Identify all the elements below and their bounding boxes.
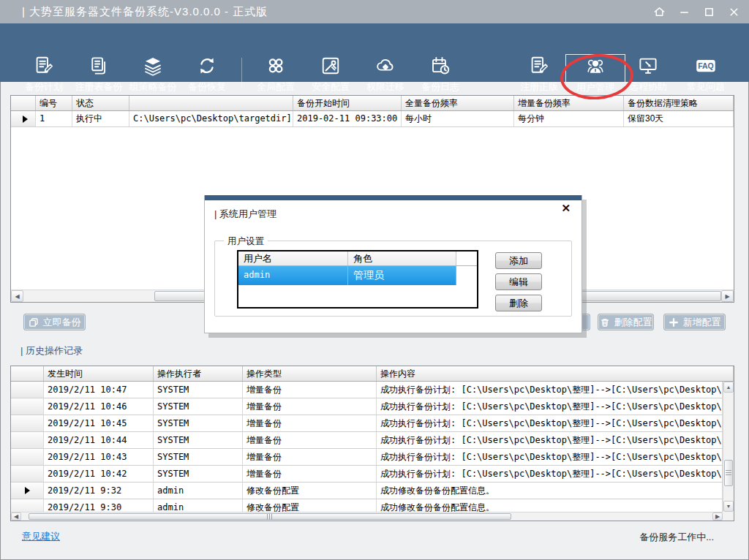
column-header: 操作执行者: [154, 366, 243, 381]
history-table-vscrollbar[interactable]: ▲ ▼: [723, 382, 734, 512]
title-bar: | 大势至服务器文件备份系统-V3.0.0.0 - 正式版: [0, 0, 749, 23]
groupbox-label: 用户设置: [224, 235, 268, 248]
feedback-link[interactable]: 意见建议: [22, 530, 60, 543]
scroll-left-arrow[interactable]: ◀: [11, 512, 21, 521]
toolbar-item-register-genuine[interactable]: 注册正版: [509, 54, 569, 97]
minimize-button[interactable]: [678, 6, 690, 18]
toolbar-item-label: 注册正版: [520, 80, 558, 94]
table-cell: 2019/2/11 10:42: [44, 466, 154, 482]
column-header: 操作类型: [243, 366, 377, 381]
add-user-button[interactable]: 添加: [495, 252, 542, 269]
button-label: 删除配置: [614, 316, 652, 329]
table-cell: 2019/2/11 9:30: [44, 499, 154, 512]
column-header: 编号: [36, 96, 72, 110]
table-cell: C:\Users\pc\Desktop\targetdir]: [129, 111, 293, 126]
button-label: 新增配置: [683, 316, 721, 329]
toolbar-item-backup-plan[interactable]: 备份计划: [14, 54, 74, 97]
table-row[interactable]: 1 执行中 C:\Users\pc\Desktop\targetdir] 201…: [11, 111, 734, 127]
row-selector: [11, 398, 44, 415]
toolbar-item-backup-log[interactable]: 备份日志: [410, 54, 470, 97]
scrollbar-corner: [723, 512, 734, 521]
toolbar-item-label: 备份计划: [25, 80, 63, 94]
table-cell: 成功执行备份计划: [C:\Users\pc\Desktop\整理]-->[C:…: [377, 398, 723, 415]
table-row[interactable]: 2019/2/11 10:43SYSTEM增量备份成功执行备份计划: [C:\U…: [11, 449, 723, 466]
scroll-down-arrow[interactable]: ▼: [723, 501, 734, 512]
register-genuine-icon: [528, 54, 550, 77]
toolbar-item-remote-assist[interactable]: 远程协助: [618, 54, 678, 97]
table-cell: SYSTEM: [154, 398, 243, 415]
table-row[interactable]: 2019/2/11 10:47SYSTEM增量备份成功执行备份计划: [C:\U…: [11, 382, 723, 398]
scroll-track[interactable]: [21, 512, 712, 521]
row-selector: [11, 415, 44, 431]
column-header: 用户名: [238, 251, 348, 265]
history-table: 发生时间 操作执行者 操作类型 操作内容 2019/2/11 10:47SYST…: [10, 366, 734, 521]
table-cell: 2019/2/11 10:45: [44, 415, 154, 431]
toolbar-item-label: 安全配置: [312, 80, 350, 94]
toolbar-item-label: 用户管理: [576, 81, 614, 94]
user-table-header: 用户名 角色: [238, 251, 477, 266]
toolbar-item-user-management[interactable]: 用户管理: [565, 54, 625, 97]
delete-config-button[interactable]: 删除配置: [598, 314, 654, 330]
scroll-thumb[interactable]: [29, 513, 511, 520]
scroll-up-arrow[interactable]: ▲: [723, 382, 734, 393]
toolbar-item-global-config[interactable]: 全局配置: [246, 54, 306, 97]
table-row[interactable]: 2019/2/11 9:30admin修改备份配置成功修改备份备份配置信息。: [11, 499, 723, 512]
table-cell: SYSTEM: [154, 382, 243, 398]
toolbar-item-group-policy-backup[interactable]: 组策略备份: [123, 54, 183, 97]
scroll-thumb[interactable]: [724, 460, 733, 486]
scroll-right-arrow[interactable]: ▶: [712, 512, 723, 521]
table-cell: 成功修改备份备份配置信息。: [377, 483, 723, 499]
toolbar-item-registry-backup[interactable]: 注册表备份: [69, 54, 129, 97]
close-button[interactable]: [728, 6, 740, 18]
table-cell: 成功执行备份计划: [C:\Users\pc\Desktop\整理]-->[C:…: [377, 415, 723, 431]
dialog-close-button[interactable]: ✕: [561, 203, 571, 213]
table-cell: SYSTEM: [154, 432, 243, 448]
column-header: 状态: [72, 96, 129, 110]
maximize-button[interactable]: [703, 6, 715, 18]
user-table-row-selected[interactable]: admin 管理员: [238, 266, 477, 285]
table-row[interactable]: 2019/2/11 9:32admin修改备份配置成功修改备份备份配置信息。: [11, 483, 723, 499]
table-cell: admin: [154, 483, 243, 499]
backup-now-button[interactable]: 立即备份: [23, 314, 86, 330]
copy-icon: [29, 317, 39, 328]
edit-user-button[interactable]: 编辑: [495, 273, 542, 290]
service-status-text: 备份服务工作中...: [639, 531, 714, 544]
toolbar-item-label: 备份日志: [421, 80, 459, 94]
history-rows: 2019/2/11 10:47SYSTEM增量备份成功执行备份计划: [C:\U…: [11, 382, 723, 512]
row-indicator-icon: [23, 116, 28, 123]
toolbar-item-label: 常见问题: [687, 80, 725, 94]
table-row[interactable]: 2019/2/11 10:46SYSTEM增量备份成功执行备份计划: [C:\U…: [11, 398, 723, 415]
scroll-left-arrow[interactable]: ◀: [11, 290, 23, 302]
remote-assist-icon: [637, 54, 659, 77]
delete-user-button[interactable]: 删除: [495, 295, 542, 311]
user-management-dialog: | 系统用户管理 ✕ 用户设置 用户名 角色 admin 管理员 添加 编辑 删…: [204, 195, 582, 333]
faq-icon: FAQ: [695, 54, 717, 77]
toolbar-item-security-config[interactable]: 安全配置: [301, 54, 361, 97]
filler-cell: [456, 266, 477, 285]
scroll-track[interactable]: [723, 393, 734, 501]
history-table-hscrollbar[interactable]: ◀ ▶: [11, 512, 723, 521]
scroll-right-arrow[interactable]: ▶: [721, 290, 734, 302]
column-header: 备份数据清理策略: [624, 96, 734, 110]
column-header: 角色: [348, 251, 456, 265]
row-selector: [11, 111, 36, 126]
toolbar-item-label: 备份恢复: [188, 80, 226, 94]
table-cell: 修改备份配置: [243, 499, 377, 512]
table-cell: SYSTEM: [154, 415, 243, 431]
row-selector: [11, 466, 44, 482]
column-header: 发生时间: [44, 366, 154, 381]
row-selector: [11, 432, 44, 448]
toolbar-item-permission-migrate[interactable]: 权限迁移: [355, 54, 415, 97]
table-cell: 2019/2/11 10:46: [44, 398, 154, 415]
table-row[interactable]: 2019/2/11 10:45SYSTEM增量备份成功执行备份计划: [C:\U…: [11, 415, 723, 432]
main-toolbar: 备份计划 注册表备份 组策略备份 备份恢复 全局配置 安全配置: [0, 23, 749, 82]
table-cell: 增量备份: [243, 415, 377, 431]
toolbar-item-backup-restore[interactable]: 备份恢复: [177, 54, 237, 97]
toolbar-item-faq[interactable]: FAQ 常见问题: [676, 54, 736, 97]
table-row[interactable]: 2019/2/11 10:44SYSTEM增量备份成功执行备份计划: [C:\U…: [11, 432, 723, 449]
home-icon[interactable]: [653, 6, 666, 18]
security-config-icon: [320, 54, 342, 77]
user-table: 用户名 角色 admin 管理员: [237, 250, 478, 309]
table-row[interactable]: 2019/2/11 10:42SYSTEM增量备份成功执行备份计划: [C:\U…: [11, 466, 723, 483]
add-config-button[interactable]: 新增配置: [663, 314, 726, 330]
